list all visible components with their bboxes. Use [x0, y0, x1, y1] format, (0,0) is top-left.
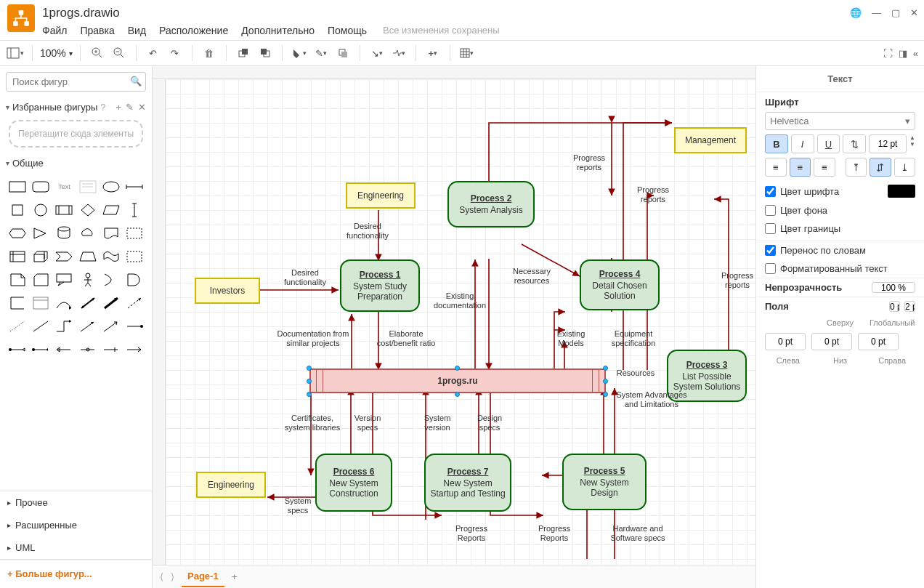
valign-bottom-button[interactable]: ⤓ — [894, 158, 916, 177]
menu-arrange[interactable]: Расположение — [159, 25, 228, 36]
node-engineering-bot[interactable]: Engineering — [196, 472, 266, 498]
shape-hline[interactable] — [124, 177, 145, 196]
align-right-button[interactable]: ≡ — [814, 158, 835, 177]
advanced-section[interactable]: ▸Расширенные — [0, 514, 152, 536]
shape-dash-arrow[interactable] — [124, 294, 145, 313]
zoom-in-icon[interactable] — [88, 44, 107, 63]
bold-button[interactable]: B — [765, 134, 788, 153]
undo-icon[interactable]: ↶ — [144, 44, 163, 63]
size-down[interactable]: ▼ — [909, 141, 915, 148]
search-input[interactable] — [6, 72, 146, 92]
table-icon[interactable]: ▾ — [458, 44, 477, 63]
shape-actor[interactable] — [77, 270, 97, 289]
insert-icon[interactable]: +▾ — [423, 44, 442, 63]
collapse-icon[interactable]: « — [913, 48, 918, 59]
zoom-out-icon[interactable] — [110, 44, 129, 63]
font-color-check[interactable] — [765, 186, 776, 197]
node-management[interactable]: Management — [674, 127, 747, 153]
shape-ellipse[interactable] — [101, 177, 121, 196]
shape-assoc6[interactable] — [124, 340, 145, 359]
common-header[interactable]: ▾Общие — [0, 153, 152, 173]
minimize-icon[interactable]: — — [872, 7, 881, 18]
italic-button[interactable]: I — [791, 134, 814, 153]
document-title[interactable]: 1progs.drawio — [42, 4, 850, 20]
underline-button[interactable]: U — [817, 134, 840, 153]
align-center-button[interactable]: ≡ — [790, 158, 811, 177]
node-center-selected[interactable]: 1progs.ru — [309, 368, 606, 393]
node-p1[interactable]: Process 1System Study Preparation — [340, 259, 420, 312]
font-size-input[interactable] — [869, 134, 907, 153]
fullscreen-icon[interactable]: ⛶ — [883, 48, 893, 59]
shape-open-arrow[interactable] — [101, 317, 121, 336]
shape-dotted-rect[interactable] — [124, 224, 145, 243]
formatted-check[interactable] — [765, 263, 776, 274]
shape-tape[interactable] — [101, 247, 121, 266]
line-color-icon[interactable]: ✎▾ — [312, 44, 331, 63]
shape-hexagon[interactable] — [7, 224, 28, 243]
prev-page-icon[interactable]: ⟨ — [160, 571, 163, 582]
node-investors[interactable]: Investors — [195, 278, 260, 304]
margin-global-input[interactable] — [904, 301, 915, 312]
shape-rounded[interactable] — [31, 177, 51, 196]
shape-triangle[interactable] — [31, 224, 51, 243]
maximize-icon[interactable]: ▢ — [891, 7, 900, 18]
node-engineering-top[interactable]: Engineering — [346, 182, 416, 209]
shape-assoc3[interactable] — [54, 340, 74, 359]
del-fav-icon[interactable]: ✕ — [138, 102, 146, 113]
shape-trapezoid[interactable] — [77, 247, 97, 266]
margin-bottom-input[interactable] — [811, 333, 852, 350]
language-icon[interactable]: 🌐 — [850, 7, 862, 18]
size-up[interactable]: ▲ — [909, 134, 915, 141]
margin-left-input[interactable] — [765, 333, 806, 350]
zoom-value[interactable]: 100% — [40, 47, 66, 59]
opacity-input[interactable] — [872, 282, 915, 293]
shape-step[interactable] — [54, 247, 74, 266]
node-p6[interactable]: Process 6New System Construction — [315, 454, 392, 512]
shape-bidir-arrow[interactable] — [77, 294, 97, 313]
valign-top-button[interactable]: ⤒ — [846, 158, 867, 177]
add-fav-icon[interactable]: + — [115, 102, 121, 113]
node-p7[interactable]: Process 7New System Startup and Testing — [424, 454, 511, 512]
close-icon[interactable]: ✕ — [910, 7, 918, 18]
shape-rect[interactable] — [7, 177, 28, 196]
font-select[interactable]: Helvetica▾ — [765, 112, 915, 130]
sidebar-toggle-icon[interactable]: ▾ — [6, 44, 25, 63]
border-color-check[interactable] — [765, 223, 776, 234]
shape-and[interactable] — [124, 270, 145, 289]
font-color-swatch[interactable] — [888, 185, 915, 198]
to-front-icon[interactable] — [234, 44, 253, 63]
menu-help[interactable]: Помощь — [328, 25, 367, 36]
shape-dotted-rect2[interactable] — [124, 247, 145, 266]
shape-card[interactable] — [31, 270, 51, 289]
redo-icon[interactable]: ↷ — [166, 44, 185, 63]
shape-assoc[interactable] — [7, 340, 28, 359]
menu-file[interactable]: Файл — [42, 25, 67, 36]
shape-elbow[interactable] — [54, 317, 74, 336]
shape-dotted-line[interactable] — [7, 317, 28, 336]
shape-text[interactable]: Text — [54, 177, 74, 196]
more-shapes-button[interactable]: + Больше фигур... — [0, 559, 152, 588]
shape-diamond[interactable] — [77, 201, 97, 220]
align-left-button[interactable]: ≡ — [765, 158, 787, 177]
shadow-icon[interactable] — [333, 44, 352, 63]
shape-textbox[interactable] — [77, 177, 97, 196]
shape-circle[interactable] — [31, 201, 51, 220]
zoom-dropdown-icon[interactable]: ▾ — [69, 49, 73, 57]
shape-cube[interactable] — [31, 247, 51, 266]
menu-view[interactable]: Вид — [128, 25, 146, 36]
other-section[interactable]: ▸Прочее — [0, 491, 152, 514]
to-back-icon[interactable] — [256, 44, 275, 63]
canvas[interactable]: Investors Engineering Management Enginee… — [166, 79, 755, 565]
shape-cloud[interactable] — [77, 224, 97, 243]
shape-assoc2[interactable] — [31, 340, 51, 359]
waypoint-icon[interactable]: ▾ — [389, 44, 408, 63]
shape-cylinder[interactable] — [54, 224, 74, 243]
edit-fav-icon[interactable]: ✎ — [126, 102, 134, 113]
node-p5[interactable]: Process 5New System Design — [562, 454, 647, 510]
shape-vline[interactable] — [124, 201, 145, 220]
shape-assoc4[interactable] — [77, 340, 97, 359]
shape-note[interactable] — [7, 270, 28, 289]
next-page-icon[interactable]: ⟩ — [171, 571, 174, 582]
shape-datastore[interactable] — [7, 294, 28, 313]
shape-curve[interactable] — [54, 294, 74, 313]
